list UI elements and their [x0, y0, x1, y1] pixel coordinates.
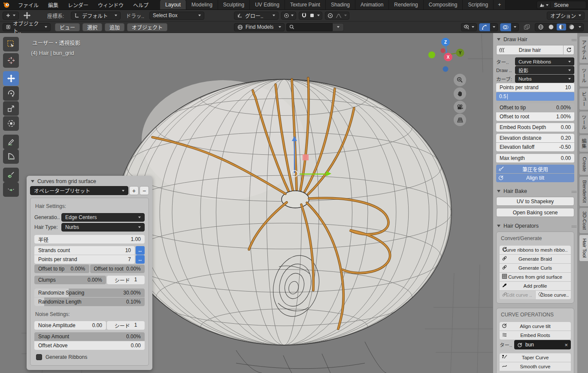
operator-preset-dropdown[interactable]: オペレータープリセット — [30, 186, 128, 195]
head-mesh[interactable] — [117, 79, 452, 373]
generation-dropdown[interactable]: Edge Centers — [61, 213, 145, 222]
proportional-edit-group[interactable] — [325, 12, 349, 20]
elevation-distance-field[interactable]: Elevation distance0.20 — [496, 134, 574, 142]
tab-view[interactable]: ビュー — [579, 88, 588, 111]
preset-remove-button[interactable]: − — [139, 186, 149, 195]
use-pressure-toggle[interactable]: 筆圧を使用 — [496, 165, 574, 173]
add-workspace-button[interactable]: + — [494, 0, 506, 9]
camera-view-button[interactable] — [454, 101, 466, 113]
elevation-falloff-field[interactable]: Elevation falloff-0.50 — [496, 143, 574, 151]
scene-selector[interactable]: Scene — [536, 1, 586, 9]
hair-bake-panel-header[interactable]: Hair Bake — [497, 188, 573, 194]
xray-toggle[interactable] — [521, 23, 533, 31]
panel-drag-icon[interactable] — [572, 191, 573, 192]
panel-drag-icon[interactable] — [572, 226, 573, 226]
curve-ribbons-to-mesh-button[interactable]: Curve ribbons to mesh ribbo.. — [500, 246, 571, 254]
max-length-field[interactable]: Max length0.00 — [496, 154, 574, 162]
value-edit-field[interactable]: 0.5 — [496, 92, 574, 101]
gizmo-move-icon[interactable] — [23, 12, 31, 19]
taper-curve-button[interactable]: Taper Curve — [500, 353, 571, 362]
shading-solid-button[interactable] — [546, 24, 556, 30]
tool-scale[interactable] — [3, 101, 19, 116]
menu-window[interactable]: ウィンドウ — [93, 0, 128, 9]
collapse-icon[interactable] — [497, 190, 500, 193]
tab-shading[interactable]: Shading — [326, 0, 355, 9]
collapse-icon[interactable] — [31, 180, 34, 183]
clear-target-icon[interactable]: × — [564, 342, 568, 348]
collapse-icon[interactable] — [497, 225, 500, 227]
generate-ribbons-checkbox[interactable]: Generate Ribbons — [36, 354, 145, 360]
axis-y-neg-ball[interactable] — [428, 51, 435, 58]
points-animate-toggle[interactable]: ↔ — [136, 255, 145, 264]
refresh-button[interactable] — [564, 45, 574, 54]
tab-rendering[interactable]: Rendering — [389, 0, 423, 9]
hair-operators-panel-header[interactable]: Hair Operators — [497, 223, 573, 229]
menu-edit[interactable]: 編集 — [43, 0, 63, 9]
tab-compositing[interactable]: Compositing — [424, 0, 463, 9]
tool-curve-point[interactable] — [3, 182, 19, 197]
offset-to-tip-slider[interactable]: Offset to tip0.00% — [496, 103, 574, 112]
offset-to-root-slider[interactable]: Offset to root1.00% — [496, 112, 574, 121]
strands-animate-toggle[interactable]: ↔ — [136, 246, 145, 255]
gizmo-plane-handle[interactable] — [303, 154, 309, 160]
tab-tool-2[interactable]: ツール — [579, 111, 588, 134]
add-profile-button[interactable]: Add profile — [500, 282, 571, 290]
target-object-chip[interactable]: bun × — [514, 340, 571, 349]
viewport-3d[interactable]: ユーザー・透視投影 (4) Hair | bun_grid — [0, 33, 588, 373]
clumps-seed-field[interactable]: シード1 — [107, 276, 145, 284]
transform-orientation-dropdown[interactable]: グロー.. — [234, 12, 279, 20]
axis-z-neg-ball[interactable] — [443, 66, 449, 72]
menu-file[interactable]: ファイル — [13, 0, 43, 9]
select-mode-dropdown[interactable]: Select Box — [149, 12, 204, 20]
collapse-icon[interactable] — [497, 38, 500, 41]
gizmos-toggle[interactable] — [479, 23, 490, 31]
mode-dropdown[interactable]: オブジェクト.. — [3, 23, 51, 31]
tab-item[interactable]: アイテム — [579, 36, 588, 63]
gizmos-dropdown[interactable] — [490, 23, 498, 31]
tab-edit[interactable]: 編集 — [579, 135, 588, 152]
blender-logo-icon[interactable] — [0, 0, 13, 9]
generate-braid-button[interactable]: Generate Braid — [500, 255, 571, 263]
noise-seed-field[interactable]: シード1 — [107, 321, 145, 330]
tab-3d-coat[interactable]: 3D-Coat — [579, 208, 588, 234]
operator-panel-header[interactable]: Curves from grid surface — [27, 176, 152, 186]
tool-measure[interactable] — [3, 149, 19, 164]
model-search-input[interactable] — [286, 23, 333, 31]
curves-from-grid-surface-button[interactable]: Curves from grid surface — [500, 273, 571, 281]
align-curve-tilt-button[interactable]: Align curve tilt — [500, 322, 571, 331]
strands-count-field[interactable]: Strands count10 — [34, 246, 135, 255]
pan-button[interactable] — [454, 87, 466, 100]
tab-layout[interactable]: Layout — [160, 0, 186, 9]
tool-move[interactable] — [3, 71, 19, 86]
axis-x-neg-ball[interactable] — [441, 48, 446, 53]
tool-hair-draw[interactable] — [3, 168, 19, 182]
find-models-dropdown[interactable]: Find Models — [234, 23, 285, 31]
tab-hair-tool[interactable]: Hair Tool — [579, 235, 588, 262]
radius-field[interactable]: 半径1.00 — [34, 235, 145, 244]
target-dropdown[interactable]: Curve Ribbons — [515, 57, 574, 66]
offset-tip-slider[interactable]: Offset to tip0.00% — [34, 265, 89, 273]
smooth-curve-button[interactable]: Smooth curve — [500, 362, 571, 371]
randomize-length-slider[interactable]: Randomize Length0.10% — [34, 298, 145, 306]
snap-toggle[interactable] — [299, 12, 322, 20]
navigation-gizmo[interactable]: Z Y X — [427, 36, 474, 79]
tool-transform[interactable] — [3, 116, 19, 131]
points-per-strand-field[interactable]: Points per strand10 — [496, 83, 574, 92]
tab-modeling[interactable]: Modeling — [186, 0, 218, 9]
panel-drag-icon[interactable] — [572, 39, 573, 40]
close-curve-button[interactable]: Close curve.. — [536, 291, 571, 299]
tool-annotate[interactable] — [3, 135, 19, 149]
tab-scripting[interactable]: Scripting — [463, 0, 494, 9]
pivot-point-dropdown[interactable] — [281, 12, 296, 20]
operator-panel[interactable]: Curves from grid surface オペレータープリセット + −… — [27, 176, 152, 370]
draw-hair-button[interactable]: Draw hair — [497, 45, 564, 54]
tab-blenderkit[interactable]: BlenderKit — [579, 176, 588, 207]
draw-mode-dropdown[interactable]: 投影 — [515, 66, 574, 74]
clumps-slider[interactable]: Clumps0.00% — [34, 276, 106, 284]
orientation-dropdown[interactable]: デフォルト — [71, 12, 121, 20]
tab-sculpting[interactable]: Sculpting — [218, 0, 250, 9]
edit-curve-button[interactable]: Edit curve .. — [500, 291, 535, 299]
shading-material-button[interactable] — [557, 24, 566, 30]
embed-roots-button[interactable]: Embed Roots — [500, 331, 571, 340]
align-tilt-toggle[interactable]: Align tilt — [496, 174, 574, 182]
